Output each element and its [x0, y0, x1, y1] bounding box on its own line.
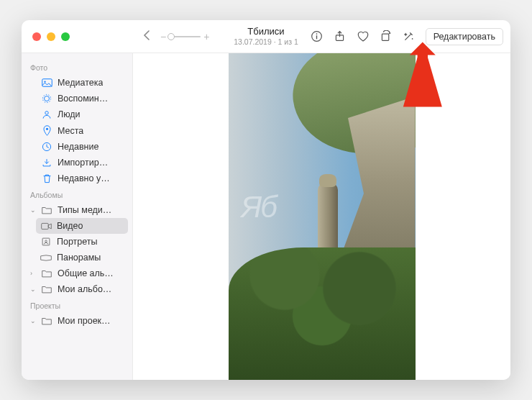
- sidebar-item-recently-deleted[interactable]: Недавно у…: [26, 171, 128, 186]
- video-icon: [40, 222, 52, 230]
- auto-enhance-icon[interactable]: [403, 30, 416, 43]
- sidebar-item-people[interactable]: Люди: [26, 106, 128, 122]
- rotate-icon[interactable]: [380, 30, 393, 43]
- toolbar-right: Редактировать: [311, 28, 503, 45]
- photo-subtitle: 13.07.2019 · 1 из 1: [234, 37, 298, 46]
- svg-rect-2: [316, 35, 317, 39]
- recent-icon: [41, 142, 52, 152]
- photo-preview[interactable]: Яб: [229, 53, 416, 380]
- sidebar-item-label: Мои проек…: [58, 316, 111, 326]
- sidebar-item-places[interactable]: Места: [26, 122, 128, 139]
- window-controls: [22, 20, 133, 53]
- memories-icon: [41, 94, 52, 104]
- folder-icon: [41, 285, 52, 294]
- sidebar-item-label: Общие аль…: [58, 268, 114, 278]
- favorite-icon[interactable]: [357, 30, 370, 43]
- svg-point-8: [45, 96, 50, 101]
- sidebar-item-portraits[interactable]: Портреты: [36, 234, 128, 250]
- zoom-slider[interactable]: − +: [160, 31, 209, 42]
- svg-point-1: [316, 33, 318, 35]
- sidebar-item-video[interactable]: Видео: [36, 218, 128, 234]
- content-area: Яб: [133, 53, 510, 380]
- sidebar-item-memories[interactable]: Воспомин…: [26, 91, 128, 106]
- sidebar: Фото Медиатека Воспомин… Люди Места: [22, 53, 133, 380]
- library-icon: [41, 78, 52, 87]
- watermark: Яб: [242, 190, 276, 224]
- sidebar-item-label: Типы меди…: [58, 205, 111, 215]
- sidebar-item-panoramas[interactable]: Панорамы: [36, 250, 128, 265]
- sidebar-item-label: Портреты: [57, 237, 98, 247]
- folder-icon: [41, 206, 52, 214]
- sidebar-item-label: Места: [58, 126, 83, 136]
- sidebar-item-shared-albums[interactable]: › Общие аль…: [26, 265, 128, 281]
- close-window-button[interactable]: [32, 32, 41, 41]
- app-window: − + Тбилиси 13.07.2019 · 1 из 1: [22, 20, 510, 380]
- chevron-down-icon: ⌄: [30, 206, 36, 214]
- trash-icon: [41, 173, 52, 183]
- sidebar-item-label: Люди: [58, 109, 81, 119]
- edit-button[interactable]: Редактировать: [426, 28, 503, 45]
- svg-point-15: [45, 240, 47, 242]
- sidebar-item-my-projects[interactable]: ⌄ Мои проек…: [26, 313, 128, 329]
- portrait-icon: [40, 237, 52, 247]
- places-icon: [41, 125, 52, 136]
- fullscreen-window-button[interactable]: [61, 32, 70, 41]
- title-block: Тбилиси 13.07.2019 · 1 из 1: [234, 27, 298, 46]
- titlebar: − + Тбилиси 13.07.2019 · 1 из 1: [22, 20, 510, 53]
- sidebar-item-library[interactable]: Медиатека: [26, 75, 128, 91]
- section-title-projects: Проекты: [26, 297, 128, 313]
- zoom-track[interactable]: [169, 36, 201, 37]
- svg-point-5: [412, 38, 413, 40]
- sidebar-item-label: Недавно у…: [58, 173, 110, 183]
- folder-icon: [41, 269, 52, 278]
- sidebar-item-label: Импортир…: [58, 158, 108, 168]
- sidebar-item-label: Воспомин…: [58, 94, 108, 104]
- toolbar-left: − +: [133, 29, 209, 45]
- sidebar-item-media-types[interactable]: ⌄ Типы меди…: [26, 202, 128, 218]
- photo-title: Тбилиси: [234, 27, 298, 37]
- sidebar-item-label: Медиатека: [58, 78, 103, 88]
- section-title-photo: Фото: [26, 59, 128, 75]
- import-icon: [41, 158, 52, 168]
- sidebar-item-label: Мои альбо…: [58, 284, 111, 294]
- share-icon[interactable]: [334, 30, 347, 43]
- sidebar-item-label: Видео: [57, 221, 83, 231]
- section-title-albums: Альбомы: [26, 186, 128, 202]
- svg-rect-4: [382, 34, 389, 40]
- window-body: Фото Медиатека Воспомин… Люди Места: [22, 53, 510, 380]
- svg-point-11: [46, 128, 48, 130]
- minimize-window-button[interactable]: [47, 32, 55, 41]
- chevron-down-icon: ⌄: [30, 317, 36, 324]
- back-button[interactable]: [140, 29, 153, 45]
- svg-rect-13: [41, 223, 48, 229]
- chevron-down-icon: ⌄: [30, 286, 36, 293]
- zoom-in-icon: +: [203, 31, 209, 42]
- svg-point-7: [44, 81, 45, 82]
- svg-rect-14: [42, 238, 50, 245]
- zoom-out-icon: −: [160, 31, 166, 42]
- info-icon[interactable]: [311, 30, 324, 43]
- panorama-icon: [40, 255, 52, 261]
- sidebar-item-label: Недавние: [58, 142, 98, 152]
- sidebar-item-label: Панорамы: [57, 253, 101, 263]
- chevron-right-icon: ›: [30, 270, 36, 277]
- sidebar-item-recent[interactable]: Недавние: [26, 139, 128, 155]
- svg-point-10: [45, 112, 48, 114]
- people-icon: [41, 109, 52, 119]
- sidebar-item-my-albums[interactable]: ⌄ Мои альбо…: [26, 281, 128, 297]
- folder-icon: [41, 317, 52, 325]
- sidebar-item-import[interactable]: Импортир…: [26, 155, 128, 171]
